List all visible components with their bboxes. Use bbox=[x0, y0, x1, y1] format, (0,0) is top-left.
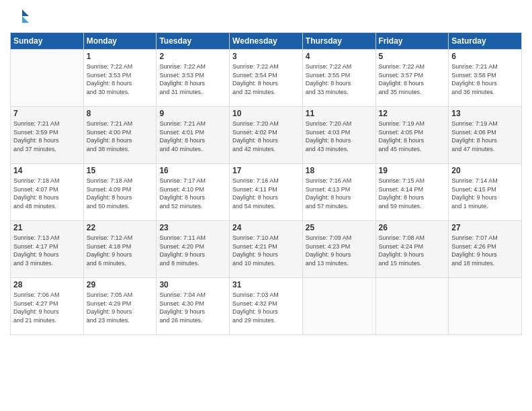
calendar-day-cell: 15Sunrise: 7:18 AM Sunset: 4:09 PM Dayli… bbox=[83, 164, 157, 221]
day-number: 15 bbox=[87, 166, 154, 175]
calendar-day-cell: 14Sunrise: 7:18 AM Sunset: 4:07 PM Dayli… bbox=[11, 164, 84, 221]
day-info: Sunrise: 7:11 AM Sunset: 4:20 PM Dayligh… bbox=[159, 234, 226, 267]
day-info: Sunrise: 7:09 AM Sunset: 4:23 PM Dayligh… bbox=[306, 234, 373, 267]
day-number: 31 bbox=[232, 280, 300, 289]
calendar-day-cell: 30Sunrise: 7:04 AM Sunset: 4:30 PM Dayli… bbox=[157, 278, 230, 335]
day-number: 4 bbox=[306, 52, 373, 61]
calendar-day-cell bbox=[302, 278, 375, 335]
calendar-day-cell bbox=[375, 278, 449, 335]
day-number: 25 bbox=[306, 223, 373, 232]
calendar-day-cell: 5Sunrise: 7:22 AM Sunset: 3:57 PM Daylig… bbox=[375, 50, 449, 107]
day-number: 13 bbox=[451, 109, 519, 118]
day-info: Sunrise: 7:07 AM Sunset: 4:26 PM Dayligh… bbox=[451, 234, 519, 267]
day-number: 16 bbox=[159, 166, 226, 175]
calendar-day-cell: 23Sunrise: 7:11 AM Sunset: 4:20 PM Dayli… bbox=[157, 221, 230, 278]
day-number: 23 bbox=[159, 223, 226, 232]
day-info: Sunrise: 7:19 AM Sunset: 4:06 PM Dayligh… bbox=[451, 120, 519, 153]
day-info: Sunrise: 7:06 AM Sunset: 4:27 PM Dayligh… bbox=[13, 291, 81, 324]
weekday-header-saturday: Saturday bbox=[449, 33, 522, 50]
weekday-header-friday: Friday bbox=[375, 33, 449, 50]
day-number: 27 bbox=[451, 223, 519, 232]
day-number: 10 bbox=[232, 109, 300, 118]
day-number: 26 bbox=[379, 223, 446, 232]
calendar-week-row: 21Sunrise: 7:13 AM Sunset: 4:17 PM Dayli… bbox=[11, 221, 522, 278]
day-info: Sunrise: 7:20 AM Sunset: 4:03 PM Dayligh… bbox=[306, 120, 373, 153]
calendar-day-cell: 18Sunrise: 7:16 AM Sunset: 4:13 PM Dayli… bbox=[302, 164, 375, 221]
day-info: Sunrise: 7:10 AM Sunset: 4:21 PM Dayligh… bbox=[232, 234, 300, 267]
calendar-week-row: 7Sunrise: 7:21 AM Sunset: 3:59 PM Daylig… bbox=[11, 107, 522, 164]
day-info: Sunrise: 7:05 AM Sunset: 4:29 PM Dayligh… bbox=[87, 291, 154, 324]
calendar-day-cell: 28Sunrise: 7:06 AM Sunset: 4:27 PM Dayli… bbox=[11, 278, 84, 335]
calendar-table: SundayMondayTuesdayWednesdayThursdayFrid… bbox=[10, 32, 522, 335]
day-info: Sunrise: 7:21 AM Sunset: 4:00 PM Dayligh… bbox=[87, 120, 154, 153]
calendar-day-cell: 26Sunrise: 7:08 AM Sunset: 4:24 PM Dayli… bbox=[375, 221, 449, 278]
weekday-header-monday: Monday bbox=[83, 33, 157, 50]
calendar-day-cell: 17Sunrise: 7:16 AM Sunset: 4:11 PM Dayli… bbox=[230, 164, 303, 221]
calendar-day-cell: 29Sunrise: 7:05 AM Sunset: 4:29 PM Dayli… bbox=[83, 278, 157, 335]
calendar-day-cell: 31Sunrise: 7:03 AM Sunset: 4:32 PM Dayli… bbox=[230, 278, 303, 335]
day-info: Sunrise: 7:22 AM Sunset: 3:53 PM Dayligh… bbox=[159, 62, 226, 96]
day-number: 9 bbox=[159, 109, 226, 118]
weekday-header-sunday: Sunday bbox=[11, 33, 84, 50]
calendar-day-cell: 13Sunrise: 7:19 AM Sunset: 4:06 PM Dayli… bbox=[449, 107, 522, 164]
day-number: 5 bbox=[379, 52, 446, 61]
weekday-header-tuesday: Tuesday bbox=[157, 33, 230, 50]
day-info: Sunrise: 7:15 AM Sunset: 4:14 PM Dayligh… bbox=[379, 177, 446, 210]
weekday-header-thursday: Thursday bbox=[302, 33, 375, 50]
day-number: 20 bbox=[451, 166, 519, 175]
day-info: Sunrise: 7:21 AM Sunset: 3:59 PM Dayligh… bbox=[13, 120, 81, 153]
day-info: Sunrise: 7:21 AM Sunset: 3:58 PM Dayligh… bbox=[451, 62, 519, 96]
day-info: Sunrise: 7:19 AM Sunset: 4:05 PM Dayligh… bbox=[379, 120, 446, 153]
day-number: 18 bbox=[306, 166, 373, 175]
day-info: Sunrise: 7:13 AM Sunset: 4:17 PM Dayligh… bbox=[13, 234, 81, 267]
weekday-header-wednesday: Wednesday bbox=[230, 33, 303, 50]
day-number: 21 bbox=[13, 223, 81, 232]
day-info: Sunrise: 7:03 AM Sunset: 4:32 PM Dayligh… bbox=[232, 291, 300, 324]
day-number: 8 bbox=[87, 109, 154, 118]
calendar-day-cell: 16Sunrise: 7:17 AM Sunset: 4:10 PM Dayli… bbox=[157, 164, 230, 221]
day-number: 28 bbox=[13, 280, 81, 289]
calendar-day-cell: 19Sunrise: 7:15 AM Sunset: 4:14 PM Dayli… bbox=[375, 164, 449, 221]
calendar-day-cell bbox=[449, 278, 522, 335]
day-number: 30 bbox=[159, 280, 226, 289]
svg-marker-0 bbox=[22, 9, 29, 16]
day-info: Sunrise: 7:22 AM Sunset: 3:55 PM Dayligh… bbox=[306, 62, 373, 96]
day-info: Sunrise: 7:22 AM Sunset: 3:54 PM Dayligh… bbox=[232, 62, 300, 96]
day-info: Sunrise: 7:14 AM Sunset: 4:15 PM Dayligh… bbox=[451, 177, 519, 210]
calendar-day-cell bbox=[11, 50, 84, 107]
day-info: Sunrise: 7:18 AM Sunset: 4:07 PM Dayligh… bbox=[13, 177, 81, 210]
calendar-day-cell: 27Sunrise: 7:07 AM Sunset: 4:26 PM Dayli… bbox=[449, 221, 522, 278]
header bbox=[10, 7, 522, 27]
calendar-day-cell: 24Sunrise: 7:10 AM Sunset: 4:21 PM Dayli… bbox=[230, 221, 303, 278]
calendar-day-cell: 3Sunrise: 7:22 AM Sunset: 3:54 PM Daylig… bbox=[230, 50, 303, 107]
calendar-week-row: 1Sunrise: 7:22 AM Sunset: 3:53 PM Daylig… bbox=[11, 50, 522, 107]
day-number: 14 bbox=[13, 166, 81, 175]
calendar-day-cell: 6Sunrise: 7:21 AM Sunset: 3:58 PM Daylig… bbox=[449, 50, 522, 107]
weekday-header-row: SundayMondayTuesdayWednesdayThursdayFrid… bbox=[11, 33, 522, 50]
day-info: Sunrise: 7:12 AM Sunset: 4:18 PM Dayligh… bbox=[87, 234, 154, 267]
day-number: 7 bbox=[13, 109, 81, 118]
calendar-day-cell: 11Sunrise: 7:20 AM Sunset: 4:03 PM Dayli… bbox=[302, 107, 375, 164]
calendar-day-cell: 12Sunrise: 7:19 AM Sunset: 4:05 PM Dayli… bbox=[375, 107, 449, 164]
day-number: 22 bbox=[87, 223, 154, 232]
calendar-week-row: 14Sunrise: 7:18 AM Sunset: 4:07 PM Dayli… bbox=[11, 164, 522, 221]
day-info: Sunrise: 7:17 AM Sunset: 4:10 PM Dayligh… bbox=[159, 177, 226, 210]
calendar-day-cell: 10Sunrise: 7:20 AM Sunset: 4:02 PM Dayli… bbox=[230, 107, 303, 164]
calendar-page: SundayMondayTuesdayWednesdayThursdayFrid… bbox=[0, 0, 532, 411]
logo-icon bbox=[10, 7, 30, 27]
day-number: 1 bbox=[87, 52, 154, 61]
day-number: 6 bbox=[451, 52, 519, 61]
calendar-day-cell: 20Sunrise: 7:14 AM Sunset: 4:15 PM Dayli… bbox=[449, 164, 522, 221]
calendar-day-cell: 8Sunrise: 7:21 AM Sunset: 4:00 PM Daylig… bbox=[83, 107, 157, 164]
day-info: Sunrise: 7:22 AM Sunset: 3:57 PM Dayligh… bbox=[379, 62, 446, 96]
day-info: Sunrise: 7:21 AM Sunset: 4:01 PM Dayligh… bbox=[159, 120, 226, 153]
logo bbox=[10, 7, 33, 27]
day-info: Sunrise: 7:04 AM Sunset: 4:30 PM Dayligh… bbox=[159, 291, 226, 324]
day-info: Sunrise: 7:16 AM Sunset: 4:13 PM Dayligh… bbox=[306, 177, 373, 210]
calendar-week-row: 28Sunrise: 7:06 AM Sunset: 4:27 PM Dayli… bbox=[11, 278, 522, 335]
calendar-day-cell: 25Sunrise: 7:09 AM Sunset: 4:23 PM Dayli… bbox=[302, 221, 375, 278]
calendar-day-cell: 21Sunrise: 7:13 AM Sunset: 4:17 PM Dayli… bbox=[11, 221, 84, 278]
calendar-day-cell: 22Sunrise: 7:12 AM Sunset: 4:18 PM Dayli… bbox=[83, 221, 157, 278]
day-number: 24 bbox=[232, 223, 300, 232]
day-number: 3 bbox=[232, 52, 300, 61]
